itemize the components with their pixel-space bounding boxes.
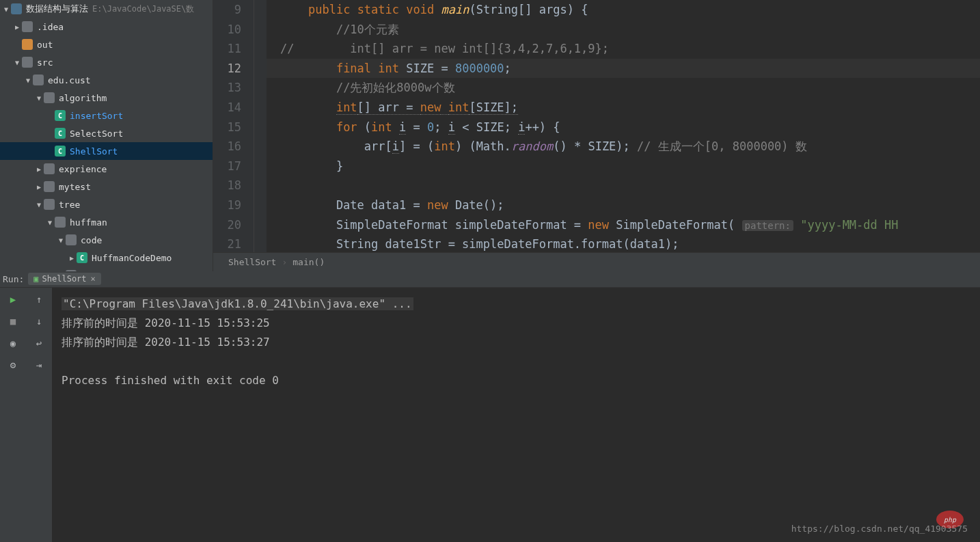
class-icon: C <box>55 110 66 121</box>
line-number[interactable]: 15 <box>213 118 254 137</box>
tree-item-label: exprience <box>59 164 107 174</box>
class-icon: C <box>55 146 66 157</box>
chevron-icon[interactable] <box>23 77 33 84</box>
code-line[interactable]: public static void main(String[] args) { <box>267 0 980 20</box>
class-icon: C <box>55 128 66 139</box>
tree-item-label: 数据结构与算法 <box>26 3 88 15</box>
code-line[interactable]: // int[] arr = new int[]{3,4,2,7,6,1,9}; <box>267 39 980 59</box>
scroll-to-end-icon[interactable]: ⇥ <box>31 357 46 372</box>
tree-item-label: ShellSort <box>70 146 118 157</box>
run-tool-column-2: ↑ ↓ ↩ ⇥ <box>26 288 52 543</box>
chevron-icon[interactable] <box>34 165 44 173</box>
line-number[interactable]: 14 <box>213 98 254 118</box>
console-line: 排序前的时间是 2020-11-15 15:53:27 <box>62 333 970 352</box>
chevron-icon[interactable] <box>34 94 44 102</box>
code-line[interactable]: Date data1 = new Date(); <box>267 195 980 215</box>
tree-item-insertsort[interactable]: CinsertSort <box>0 107 213 124</box>
chevron-icon[interactable] <box>56 236 66 244</box>
editor: 9101112131415161718192021222324252627282… <box>213 0 980 271</box>
breadcrumb[interactable]: ShellSort › main() <box>213 252 980 271</box>
breadcrumb-method[interactable]: main() <box>292 257 325 267</box>
line-number[interactable]: 21 <box>213 234 254 252</box>
chevron-icon[interactable] <box>34 201 44 208</box>
pkg-icon <box>44 92 55 103</box>
line-gutter: 9101112131415161718192021222324252627282… <box>213 0 254 252</box>
close-icon[interactable]: × <box>91 274 96 284</box>
fold-column <box>254 0 267 252</box>
run-tool-column-1: ▶ ■ ◉ ⚙ <box>0 288 26 543</box>
class-icon: C <box>77 252 87 263</box>
tree-item-label: HuffmanCodeDemo <box>92 253 172 263</box>
pkg-icon <box>66 234 77 245</box>
code-line[interactable]: } <box>267 157 980 176</box>
run-tab[interactable]: ▣ ShellSort × <box>28 273 101 285</box>
line-number[interactable]: 16 <box>213 137 254 157</box>
line-number[interactable]: 13 <box>213 78 254 98</box>
tree-item-mytest[interactable]: mytest <box>0 178 213 195</box>
code-line[interactable]: arr[i] = (int) (Math.random() * SIZE); /… <box>267 137 980 157</box>
code-line[interactable]: String date1Str = simpleDateFormat.forma… <box>267 234 980 252</box>
code-line[interactable]: //先初始化8000w个数 <box>267 78 980 98</box>
chevron-right-icon: › <box>282 257 287 267</box>
code-line[interactable]: for (int i = 0; i < SIZE; i++) { <box>267 118 980 137</box>
line-number[interactable]: 12 <box>213 59 254 79</box>
tree-item-label: out <box>37 40 53 50</box>
tree-item-huffmancodedemo[interactable]: CHuffmanCodeDemo <box>0 249 213 267</box>
up-icon[interactable]: ↑ <box>31 292 46 307</box>
console-output[interactable]: "C:\Program Files\Java\jdk1.8.0_241\bin\… <box>52 288 980 543</box>
line-number[interactable]: 10 <box>213 20 254 40</box>
code-line[interactable]: int[] arr = new int[SIZE]; <box>267 98 980 118</box>
line-number[interactable]: 17 <box>213 157 254 176</box>
stop-button[interactable]: ■ <box>5 314 21 329</box>
run-header: Run: ▣ ShellSort × <box>0 271 980 288</box>
soft-wrap-icon[interactable]: ↩ <box>31 336 46 351</box>
folder-icon <box>22 57 33 68</box>
camera-icon[interactable]: ◉ <box>5 336 21 351</box>
code-line[interactable]: //10个元素 <box>267 20 980 40</box>
code-line[interactable]: SimpleDateFormat simpleDateFormat = new … <box>267 215 980 235</box>
breadcrumb-class[interactable]: ShellSort <box>228 257 276 267</box>
project-tree[interactable]: 数据结构与算法E:\JavaCode\JavaSE\数.ideaoutsrced… <box>0 0 213 271</box>
chevron-icon[interactable] <box>45 219 55 226</box>
chevron-icon[interactable] <box>34 183 44 191</box>
run-config-icon: ▣ <box>33 274 38 284</box>
pkg-icon <box>44 199 55 210</box>
line-number[interactable]: 11 <box>213 39 254 59</box>
run-label: Run: <box>3 274 24 284</box>
line-number[interactable]: 18 <box>213 176 254 195</box>
tree-item-label: algorithm <box>59 93 107 103</box>
rerun-button[interactable]: ▶ <box>5 292 21 307</box>
code-line[interactable]: final int SIZE = 8000000; <box>267 59 980 79</box>
code-line[interactable] <box>267 176 980 195</box>
tree-item-path: E:\JavaCode\JavaSE\数 <box>92 3 194 15</box>
folder-icon <box>22 21 33 32</box>
code-body[interactable]: public static void main(String[] args) {… <box>267 0 980 252</box>
tree-item-code[interactable]: code <box>0 231 213 249</box>
down-icon[interactable]: ↓ <box>31 314 46 329</box>
tree-item-exprience[interactable]: exprience <box>0 160 213 178</box>
tree-item-algorithm[interactable]: algorithm <box>0 89 213 107</box>
chevron-icon[interactable] <box>12 59 22 66</box>
tree-item-idea[interactable]: .idea <box>0 18 213 36</box>
pkg-icon <box>44 181 55 192</box>
console-line: "C:\Program Files\Java\jdk1.8.0_241\bin\… <box>62 295 970 314</box>
tree-item-label: SelectSort <box>70 128 123 139</box>
tree-item-out[interactable]: out <box>0 36 213 53</box>
tree-item-huffman[interactable]: huffman <box>0 213 213 231</box>
tree-item-tree[interactable]: tree <box>0 195 213 213</box>
debug-icon[interactable]: ⚙ <box>5 357 21 372</box>
chevron-icon[interactable] <box>1 5 11 13</box>
line-number[interactable]: 19 <box>213 195 254 215</box>
console-line: 排序前的时间是 2020-11-15 15:53:25 <box>62 314 970 333</box>
line-number[interactable]: 9 <box>213 0 254 20</box>
tree-item-label: huffman <box>70 217 107 228</box>
tree-item-[interactable]: 数据结构与算法E:\JavaCode\JavaSE\数 <box>0 0 213 18</box>
line-number[interactable]: 20 <box>213 215 254 235</box>
tree-item-shellsort[interactable]: CShellSort <box>0 142 213 160</box>
chevron-icon[interactable] <box>67 254 77 262</box>
tree-item-label: src <box>37 57 53 68</box>
tree-item-educust[interactable]: edu.cust <box>0 71 213 89</box>
tree-item-src[interactable]: src <box>0 53 213 71</box>
tree-item-selectsort[interactable]: CSelectSort <box>0 124 213 142</box>
chevron-icon[interactable] <box>12 23 22 31</box>
